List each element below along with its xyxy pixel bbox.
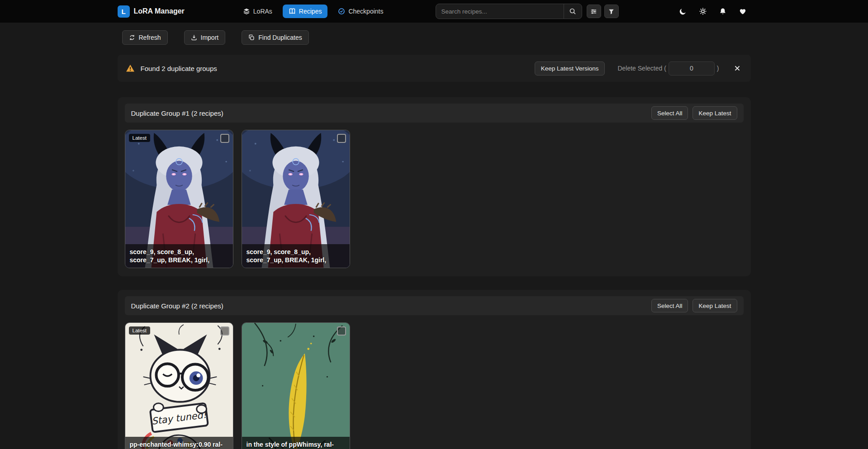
group-2-header: Duplicate Group #2 (2 recipes) Select Al… (125, 296, 744, 315)
search-button[interactable] (564, 4, 582, 19)
delete-selected-prefix: Delete Selected ( (617, 65, 666, 72)
tab-loras-label: LoRAs (253, 8, 272, 15)
keep-latest-versions-button[interactable]: Keep Latest Versions (535, 61, 605, 76)
import-label: Import (201, 34, 219, 41)
refresh-button[interactable]: Refresh (122, 30, 168, 45)
group-1-select-all-button[interactable]: Select All (651, 106, 688, 120)
search-icon (569, 8, 576, 15)
check-circle-icon (338, 8, 345, 15)
group-2-keep-latest-button[interactable]: Keep Latest (693, 299, 737, 312)
main-content: Refresh Import Find Duplicates Found 2 d… (118, 30, 751, 449)
recipe-checkbox[interactable] (220, 134, 229, 143)
group-2-select-all-button[interactable]: Select All (651, 299, 688, 312)
latest-badge: Latest (129, 134, 150, 142)
favorites-button[interactable] (735, 3, 751, 19)
filter-controls (587, 5, 619, 18)
theme-toggle-button[interactable] (675, 3, 691, 19)
group-2-actions: Select All Keep Latest (651, 299, 737, 312)
main-nav: LoRAs Recipes Checkpoints (237, 5, 389, 18)
tab-loras[interactable]: LoRAs (237, 5, 278, 18)
search-input[interactable] (436, 4, 564, 19)
navbar-inner: L LoRA Manager LoRAs Recipes (118, 3, 751, 19)
group-2-title: Duplicate Group #2 (2 recipes) (131, 302, 223, 310)
group-1-header: Duplicate Group #1 (2 recipes) Select Al… (125, 104, 744, 123)
banner-actions: Keep Latest Versions Delete Selected ( ) (535, 61, 743, 76)
recipe-caption: in the style of ppWhimsy, ral-frctlgmtry… (242, 437, 350, 449)
app-title: LoRA Manager (134, 7, 185, 15)
tab-checkpoints-label: Checkpoints (348, 8, 383, 15)
logo-letter: L (121, 8, 125, 15)
recipe-preview-image (242, 323, 350, 449)
recipe-card[interactable]: score_9, score_8_up, score_7_up, BREAK, … (242, 130, 350, 268)
group-1-cards: Latest score_9, score_8_up, score_7_up, … (125, 130, 744, 268)
group-1-keep-latest-button[interactable]: Keep Latest (693, 106, 737, 120)
sliders-icon (590, 8, 597, 15)
group-2-cards: Stay tuned! Latest pp-enchanted-whimsy:0… (125, 322, 744, 449)
group-1-title: Duplicate Group #1 (2 recipes) (131, 109, 223, 117)
app-logo-icon: L (118, 5, 130, 18)
notifications-button[interactable] (715, 3, 731, 19)
group-1-actions: Select All Keep Latest (651, 106, 737, 120)
layers-icon (243, 8, 250, 15)
bell-icon (719, 7, 727, 15)
tab-recipes[interactable]: Recipes (283, 5, 328, 18)
recipe-caption: score_9, score_8_up, score_7_up, BREAK, … (125, 244, 233, 268)
duplicate-group-1: Duplicate Group #1 (2 recipes) Select Al… (118, 97, 751, 276)
delete-selected-suffix: ) (717, 65, 719, 72)
filter-button[interactable] (604, 5, 619, 18)
moon-icon (679, 7, 687, 15)
close-icon (734, 65, 741, 72)
recipe-caption: pp-enchanted-whimsy:0.90 ral-frctlgmtry_… (125, 437, 233, 449)
latest-badge: Latest (129, 326, 150, 335)
navbar-actions (675, 3, 751, 19)
search-box (436, 4, 582, 19)
navbar: L LoRA Manager LoRAs Recipes (0, 0, 868, 23)
funnel-icon (608, 8, 615, 15)
warning-icon (126, 64, 135, 73)
gear-icon (699, 7, 707, 15)
settings-button[interactable] (695, 3, 711, 19)
tab-checkpoints[interactable]: Checkpoints (332, 5, 389, 18)
app-brand[interactable]: L LoRA Manager (118, 5, 185, 18)
recipe-card[interactable]: Stay tuned! Latest pp-enchanted-whimsy:0… (125, 322, 233, 449)
recipe-checkbox[interactable] (220, 326, 229, 336)
duplicates-banner: Found 2 duplicate groups Keep Latest Ver… (118, 55, 751, 82)
recipe-preview-image: Stay tuned! (125, 323, 233, 449)
recipe-caption: score_9, score_8_up, score_7_up, BREAK, … (242, 244, 350, 268)
import-button[interactable]: Import (184, 30, 226, 45)
duplicate-group-2: Duplicate Group #2 (2 recipes) Select Al… (118, 290, 751, 449)
close-banner-button[interactable] (732, 63, 743, 74)
import-icon (191, 34, 197, 41)
refresh-icon (129, 34, 135, 41)
find-duplicates-label: Find Duplicates (258, 34, 302, 41)
banner-message: Found 2 duplicate groups (141, 65, 217, 72)
recipe-card[interactable]: in the style of ppWhimsy, ral-frctlgmtry… (242, 322, 350, 449)
refresh-label: Refresh (139, 34, 161, 41)
sort-options-button[interactable] (587, 5, 601, 18)
heart-icon (739, 7, 747, 15)
recipe-checkbox[interactable] (337, 326, 346, 336)
recipe-checkbox[interactable] (337, 134, 346, 143)
selected-count-input[interactable] (669, 61, 715, 76)
toolbar: Refresh Import Find Duplicates (118, 30, 751, 45)
tab-recipes-label: Recipes (299, 8, 322, 15)
recipe-card[interactable]: Latest score_9, score_8_up, score_7_up, … (125, 130, 233, 268)
book-icon (289, 8, 296, 15)
find-duplicates-button[interactable]: Find Duplicates (242, 30, 309, 45)
delete-selected-control: Delete Selected ( ) (617, 61, 719, 76)
copy-icon (248, 34, 255, 41)
